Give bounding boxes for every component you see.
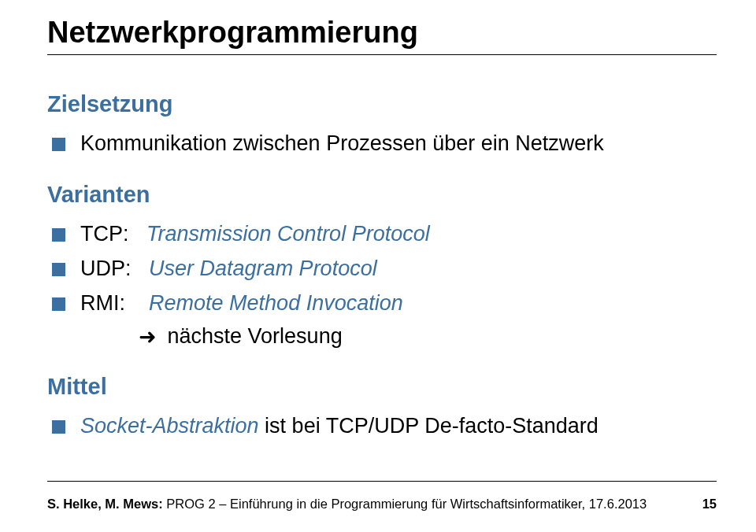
proto-name: Remote Method Invocation [149, 291, 403, 315]
varianten-list: TCP: Transmission Control Protocol UDP: … [47, 219, 717, 352]
page-number: 15 [702, 497, 717, 512]
section-heading-ziel: Zielsetzung [47, 91, 717, 117]
list-item: Kommunikation zwischen Prozessen über ei… [80, 128, 717, 160]
slide: Netzwerkprogrammierung Zielsetzung Kommu… [0, 0, 756, 532]
proto-label: RMI: [80, 291, 125, 315]
arrow-right-icon: ➜ [139, 322, 157, 353]
sub-line: ➜ nächste Vorlesung [80, 321, 717, 352]
item-rest: ist bei TCP/UDP De-facto-Standard [259, 414, 598, 438]
section-heading-varianten: Varianten [47, 182, 717, 208]
proto-label: UDP: [80, 257, 132, 280]
proto-label: TCP: [80, 222, 129, 246]
footer-rule [47, 481, 717, 482]
mittel-list: Socket-Abstraktion ist bei TCP/UDP De-fa… [47, 411, 717, 442]
slide-title: Netzwerkprogrammierung [47, 16, 717, 50]
proto-name: Transmission Control Protocol [146, 222, 430, 246]
list-item: RMI: Remote Method Invocation ➜ nächste … [80, 288, 717, 352]
proto-name: User Datagram Protocol [149, 257, 377, 280]
footer: S. Helke, M. Mews: PROG 2 – Einführung i… [47, 497, 717, 512]
list-item: TCP: Transmission Control Protocol [80, 219, 717, 250]
ziel-list: Kommunikation zwischen Prozessen über ei… [47, 128, 717, 160]
footer-authors: S. Helke, M. Mews: [47, 497, 163, 511]
list-item: Socket-Abstraktion ist bei TCP/UDP De-fa… [80, 411, 717, 442]
list-item: UDP: User Datagram Protocol [80, 253, 717, 285]
title-rule [47, 54, 717, 55]
section-heading-mittel: Mittel [47, 374, 717, 400]
footer-course: PROG 2 – Einführung in die Programmierun… [163, 497, 647, 511]
footer-left: S. Helke, M. Mews: PROG 2 – Einführung i… [47, 497, 647, 512]
sub-text: nächste Vorlesung [168, 324, 343, 348]
concept-name: Socket-Abstraktion [80, 414, 259, 438]
item-text: Kommunikation zwischen Prozessen über ei… [80, 131, 604, 155]
